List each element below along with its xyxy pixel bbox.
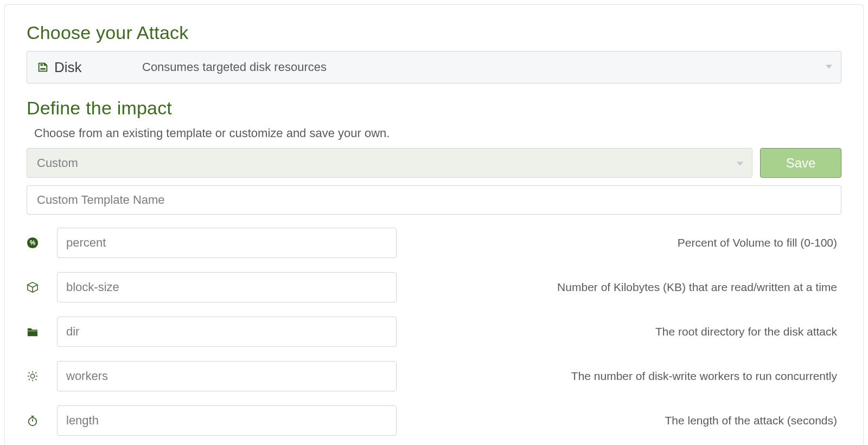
save-button[interactable]: Save xyxy=(760,148,841,178)
attack-type-description: Consumes targeted disk resources xyxy=(142,60,327,74)
param-row-length: The length of the attack (seconds) xyxy=(27,405,841,436)
param-row-block-size: Number of Kilobytes (KB) that are read/w… xyxy=(27,272,841,302)
gear-icon xyxy=(27,370,46,382)
attack-type-select[interactable]: Disk Consumes targeted disk resources xyxy=(27,51,841,83)
length-help: The length of the attack (seconds) xyxy=(407,414,841,427)
define-impact-heading: Define the impact xyxy=(27,98,841,119)
length-input[interactable] xyxy=(57,405,397,436)
block-size-help: Number of Kilobytes (KB) that are read/w… xyxy=(407,281,841,294)
param-row-dir: The root directory for the disk attack xyxy=(27,317,841,347)
param-row-percent: % Percent of Volume to fill (0-100) xyxy=(27,228,841,258)
dir-input[interactable] xyxy=(57,317,397,347)
attack-config-panel: Choose your Attack Disk Consumes targete… xyxy=(4,4,864,445)
percent-input[interactable] xyxy=(57,228,397,258)
percent-icon: % xyxy=(27,237,46,249)
svg-text:%: % xyxy=(30,239,36,247)
workers-help: The number of disk-write workers to run … xyxy=(407,370,841,383)
chevron-down-icon xyxy=(737,156,743,170)
workers-input[interactable] xyxy=(57,361,397,391)
attack-type-name: Disk xyxy=(54,59,82,76)
percent-help: Percent of Volume to fill (0-100) xyxy=(407,236,841,249)
cube-icon xyxy=(27,281,46,293)
disk-icon xyxy=(37,61,49,73)
choose-attack-heading: Choose your Attack xyxy=(27,22,841,43)
dir-help: The root directory for the disk attack xyxy=(407,325,841,338)
block-size-input[interactable] xyxy=(57,272,397,302)
param-row-workers: The number of disk-write workers to run … xyxy=(27,361,841,391)
template-select[interactable]: Custom xyxy=(27,148,752,178)
template-selected-label: Custom xyxy=(37,156,78,170)
folder-icon xyxy=(27,326,46,337)
chevron-down-icon xyxy=(826,62,832,72)
attack-type-label: Disk xyxy=(37,59,135,76)
stopwatch-icon xyxy=(27,415,46,427)
template-name-input[interactable] xyxy=(27,185,841,215)
svg-point-2 xyxy=(29,418,37,426)
define-impact-subtitle: Choose from an existing template or cust… xyxy=(34,126,841,140)
